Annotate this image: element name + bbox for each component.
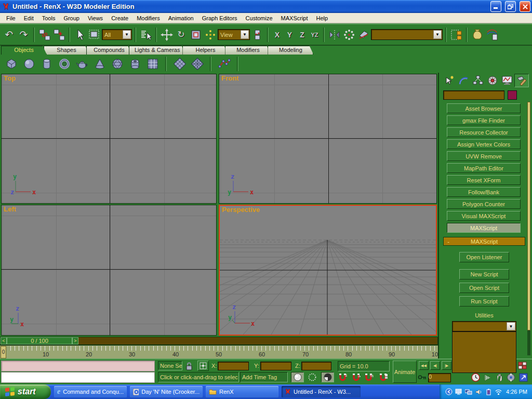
viewport-front[interactable]: Front z x y [219,74,437,204]
smooth-sphere-icon[interactable] [291,372,304,382]
dotted-sphere-icon[interactable] [307,373,317,381]
taskbar-task-media[interactable]: Day 'N' Nite (Crooker... [130,386,203,397]
x-coord-field[interactable] [218,362,249,370]
volume-icon[interactable] [475,388,482,395]
use-pivot-center-icon[interactable] [250,27,264,43]
minimize-button[interactable] [490,1,501,12]
key-mode-icon[interactable] [418,374,427,380]
macro-recorder-field[interactable] [1,361,155,371]
object-color-swatch[interactable] [508,90,517,100]
gmax-file-finder-button[interactable]: gmax File Finder [447,115,521,125]
previous-frame-button[interactable]: ◀| [430,361,440,370]
create-sphere-icon[interactable] [22,57,36,71]
track-view-icon[interactable] [449,27,463,43]
create-quad-patch-icon[interactable] [172,57,187,71]
manipulate-icon[interactable] [203,27,217,43]
selection-filter-dropdown[interactable]: All ▼ [102,29,132,40]
utilities-dropdown-list[interactable] [452,331,516,373]
absolute-offset-mode-icon[interactable] [197,361,209,371]
select-and-link-icon[interactable] [37,27,51,43]
tab-shapes[interactable]: Shapes [44,46,89,55]
new-script-button[interactable]: New Script [459,269,509,280]
next-frame-button[interactable]: > [72,337,78,344]
tab-modifiers[interactable]: Modifiers [225,46,271,55]
collapse-icon[interactable]: - [444,238,453,245]
z-coord-field[interactable] [301,362,331,370]
taskbar-task-renx-app[interactable]: Untitled - RenX - W3... [282,386,361,397]
open-script-button[interactable]: Open Script [459,283,509,293]
current-frame-field[interactable]: 0 [428,373,451,382]
network-icon[interactable] [465,388,472,395]
rectangular-selection-region-icon[interactable] [87,27,101,43]
unlink-selection-icon[interactable] [52,27,66,43]
menu-views[interactable]: Views [84,14,107,22]
select-object-icon[interactable] [73,27,87,43]
viewport-left[interactable]: Left z y x [1,205,217,336]
viewport-perspective[interactable]: Perspective z y x [219,205,437,336]
go-to-start-button[interactable]: ◀◀ [419,361,429,370]
maxscript-rollout-header[interactable]: - MAXScript [443,237,525,246]
redo-icon[interactable]: ↷ [17,27,31,43]
undo-icon[interactable]: ↶ [2,27,16,43]
angle-snap-icon[interactable] [351,373,361,381]
mirror-icon[interactable] [327,27,341,43]
select-and-rotate-icon[interactable]: ↻ [174,27,188,43]
material-navigator-icon[interactable] [470,27,484,43]
menu-file[interactable]: File [2,14,20,22]
checkered-sphere-icon[interactable] [321,372,334,382]
open-listener-button[interactable]: Open Listener [459,252,509,262]
create-bones-icon[interactable] [217,57,231,71]
restrict-x-button[interactable]: X [271,28,283,42]
select-and-move-icon[interactable] [159,27,174,43]
render-icon[interactable] [485,27,499,43]
select-and-scale-icon[interactable] [189,27,203,43]
menu-tools[interactable]: Tools [38,14,60,22]
start-button[interactable]: start [0,384,51,399]
min-max-toggle-icon[interactable] [518,373,528,382]
wireless-icon[interactable] [495,388,502,395]
menu-animation[interactable]: Animation [164,14,198,22]
create-box-icon[interactable] [4,57,18,71]
arc-rotate-icon[interactable] [506,373,516,382]
follow-bank-button[interactable]: Follow/Bank [447,187,521,197]
viewport-layout-icon[interactable] [517,361,527,370]
named-selection-sets-dropdown[interactable]: ▼ [371,29,443,40]
add-time-tag[interactable]: Add Time Tag [240,372,288,382]
create-cone-icon[interactable] [92,57,107,71]
visual-maxscript-button[interactable]: Visual MAXScript [447,211,521,221]
create-tube-icon[interactable] [128,57,142,71]
animate-button[interactable]: Animate [393,361,417,383]
menu-create[interactable]: Create [107,14,132,22]
tab-lights-cameras[interactable]: Lights & Cameras [129,46,185,55]
restrict-z-button[interactable]: Z [296,28,308,42]
motion-panel-icon[interactable] [485,74,500,87]
tab-objects[interactable]: Objects [1,46,47,55]
display-settings-icon[interactable] [455,388,462,395]
snap-toggle-3d-icon[interactable]: 3 [338,373,348,381]
reset-xform-button[interactable]: Reset XForm [447,175,521,185]
create-cylinder-icon[interactable] [39,57,54,71]
timeline-thumb[interactable]: 0 [1,346,6,358]
y-coord-field[interactable] [260,362,291,370]
hierarchy-panel-icon[interactable] [471,74,485,87]
resource-collector-button[interactable]: Resource Collector [447,127,521,137]
run-script-button[interactable]: Run Script [459,296,509,307]
restrict-plane-button[interactable]: YZ [309,28,321,42]
selection-lock-icon[interactable] [185,362,193,370]
array-icon[interactable] [342,27,356,43]
restore-button[interactable] [505,1,516,12]
create-torus-icon[interactable] [57,57,71,71]
dropdown-arrow-icon[interactable]: ▼ [123,30,131,39]
menu-modifiers[interactable]: Modifiers [132,14,164,22]
mappath-editor-button[interactable]: MapPath Editor [447,163,521,173]
viewport-top[interactable]: Top y x z [1,74,217,204]
dropdown-arrow-icon[interactable]: ▼ [433,30,442,39]
utilities-dropdown[interactable]: ▼ [452,321,516,331]
zoom-extents-all-icon[interactable] [483,373,493,382]
create-teapot-icon[interactable] [75,57,89,71]
taskbar-task-ie[interactable]: e Command and Conqu... [54,386,127,397]
previous-frame-button[interactable]: < [1,337,7,344]
menu-maxscript[interactable]: MAXScript [277,14,312,22]
spinner-snap-icon[interactable] [378,373,388,381]
close-button[interactable] [520,1,530,12]
